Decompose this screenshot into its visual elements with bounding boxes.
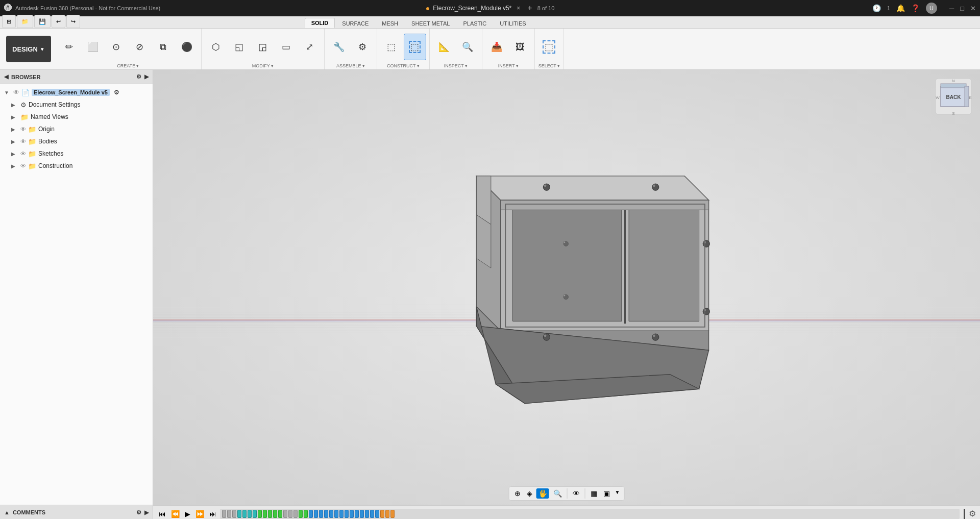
root-expand-arrow[interactable]: ▼ — [4, 90, 11, 95]
browser-item-document-settings[interactable]: ▶ ⚙ Document Settings — [0, 98, 153, 111]
construct-label[interactable]: CONSTRUCT ▾ — [387, 63, 420, 68]
timeline-marker[interactable] — [237, 510, 241, 518]
timeline-cursor[interactable] — [964, 509, 965, 519]
create-label[interactable]: CREATE ▾ — [117, 63, 139, 68]
timeline-marker[interactable] — [258, 510, 262, 518]
select-btn[interactable]: ⬚ — [538, 34, 560, 60]
tab-surface[interactable]: SURFACE — [336, 19, 375, 28]
timeline-marker[interactable] — [355, 510, 359, 518]
browser-item-bodies[interactable]: ▶ 👁 📁 Bodies — [0, 135, 153, 147]
timeline-track[interactable] — [220, 509, 960, 519]
new-component-btn[interactable]: 🔧 — [328, 34, 350, 60]
tab-sheet-metal[interactable]: SHEET METAL — [405, 19, 456, 28]
timeline-marker[interactable] — [268, 510, 272, 518]
bodies-eye-icon[interactable]: 👁 — [20, 138, 26, 144]
bell-icon[interactable]: 🔔 — [896, 4, 905, 12]
close-tab-btn[interactable]: × — [517, 5, 520, 12]
maximize-btn[interactable]: □ — [960, 5, 964, 12]
design-button[interactable]: DESIGN ▼ — [6, 36, 51, 62]
origin-arrow[interactable]: ▶ — [11, 127, 18, 132]
insert-decal-btn[interactable]: 🖼 — [509, 34, 531, 60]
browser-collapse-icon[interactable]: ◀ — [4, 73, 8, 80]
timeline-marker[interactable] — [339, 510, 344, 518]
timeline-marker[interactable] — [380, 510, 384, 518]
construct-selected-btn[interactable]: ⬚ — [404, 34, 426, 60]
comments-expand-icon[interactable]: ▲ — [4, 509, 10, 515]
timeline-marker[interactable] — [248, 510, 252, 518]
3d-model[interactable] — [430, 147, 736, 428]
create-sketch-btn[interactable]: ✏ — [58, 34, 81, 60]
zoom-icon[interactable]: 🔍 — [551, 488, 564, 499]
add-tab-btn[interactable]: + — [527, 4, 532, 13]
bodies-arrow[interactable]: ▶ — [11, 139, 18, 144]
origin-eye-icon[interactable]: 👁 — [20, 126, 26, 132]
browser-item-origin[interactable]: ▶ 👁 📁 Origin — [0, 123, 153, 135]
timeline-marker[interactable] — [222, 510, 226, 518]
root-settings-icon[interactable]: ⚙ — [114, 89, 119, 96]
browser-item-sketches[interactable]: ▶ 👁 📁 Sketches — [0, 147, 153, 160]
sketches-arrow[interactable]: ▶ — [11, 151, 18, 157]
joint-btn[interactable]: ⚙ — [351, 34, 374, 60]
comments-resize-icon[interactable]: ▶ — [144, 509, 149, 516]
timeline-marker[interactable] — [309, 510, 313, 518]
comments-panel[interactable]: ▲ COMMENTS ⚙ ▶ — [0, 505, 153, 519]
sketches-eye-icon[interactable]: 👁 — [20, 151, 26, 157]
undo-btn[interactable]: ↩ — [52, 15, 65, 28]
user-avatar[interactable]: U — [926, 3, 937, 14]
modify-label[interactable]: MODIFY ▾ — [252, 63, 274, 68]
timeline-marker[interactable] — [304, 510, 308, 518]
shell-btn[interactable]: ▭ — [275, 34, 298, 60]
browser-settings-icon[interactable]: ⚙ — [136, 73, 141, 80]
timeline-start-btn[interactable]: ⏮ — [157, 510, 167, 518]
timeline-marker[interactable] — [288, 510, 292, 518]
construction-arrow[interactable]: ▶ — [11, 163, 18, 169]
timeline-marker[interactable] — [385, 510, 389, 518]
timeline-marker[interactable] — [360, 510, 364, 518]
timeline-marker[interactable] — [293, 510, 298, 518]
timeline-marker[interactable] — [273, 510, 277, 518]
timeline-marker[interactable] — [365, 510, 369, 518]
timeline-play-btn[interactable]: ▶ — [183, 510, 192, 518]
timeline-marker[interactable] — [263, 510, 267, 518]
timeline-marker[interactable] — [324, 510, 328, 518]
timeline-marker[interactable] — [375, 510, 379, 518]
timeline-prev-btn[interactable]: ⏪ — [169, 510, 181, 518]
quick-access-new[interactable]: ⊞ — [2, 15, 16, 28]
revolve-btn[interactable]: ⊙ — [105, 34, 128, 60]
tab-plastic[interactable]: PLASTIC — [457, 19, 493, 28]
timeline-marker[interactable] — [390, 510, 395, 518]
timeline-marker[interactable] — [242, 510, 247, 518]
quick-access-save[interactable]: 💾 — [34, 15, 51, 28]
section-analysis-btn[interactable]: 🔍 — [456, 34, 479, 60]
timeline-marker[interactable] — [283, 510, 287, 518]
tab-solid[interactable]: SOLID — [305, 18, 335, 28]
redo-btn[interactable]: ↪ — [66, 15, 80, 28]
offset-plane-btn[interactable]: ⬚ — [380, 34, 403, 60]
view-icon[interactable]: 👁 — [571, 488, 582, 499]
help-icon[interactable]: ❓ — [911, 4, 920, 12]
measure-btn[interactable]: 📐 — [433, 34, 455, 60]
grid-display-icon[interactable]: ▦ — [589, 488, 599, 499]
timeline-marker[interactable] — [299, 510, 303, 518]
named-views-arrow[interactable]: ▶ — [11, 114, 18, 120]
timeline-next-btn[interactable]: ⏩ — [194, 510, 206, 518]
insert-derive-btn[interactable]: 📥 — [485, 34, 508, 60]
tab-mesh[interactable]: MESH — [376, 19, 404, 28]
timeline-marker[interactable] — [314, 510, 318, 518]
tab-utilities[interactable]: UTILITIES — [494, 19, 532, 28]
viewport[interactable]: BACK N S W E ⊕ ◈ 🖐 🔍 👁 ▦ ▣ ▼ — [153, 70, 980, 505]
chamfer-btn[interactable]: ◲ — [252, 34, 274, 60]
timeline-marker[interactable] — [334, 510, 338, 518]
timeline-marker[interactable] — [370, 510, 374, 518]
timeline-end-btn[interactable]: ⏭ — [208, 510, 218, 518]
timeline-marker[interactable] — [278, 510, 282, 518]
browser-item-named-views[interactable]: ▶ 📁 Named Views — [0, 111, 153, 123]
timeline-marker[interactable] — [350, 510, 354, 518]
close-btn[interactable]: ✕ — [970, 5, 976, 12]
minimize-btn[interactable]: ─ — [949, 5, 954, 12]
timeline-marker[interactable] — [253, 510, 257, 518]
timeline-marker[interactable] — [319, 510, 323, 518]
press-pull-btn[interactable]: ⬡ — [205, 34, 227, 60]
timeline-marker[interactable] — [345, 510, 349, 518]
select-label[interactable]: SELECT ▾ — [538, 63, 560, 68]
